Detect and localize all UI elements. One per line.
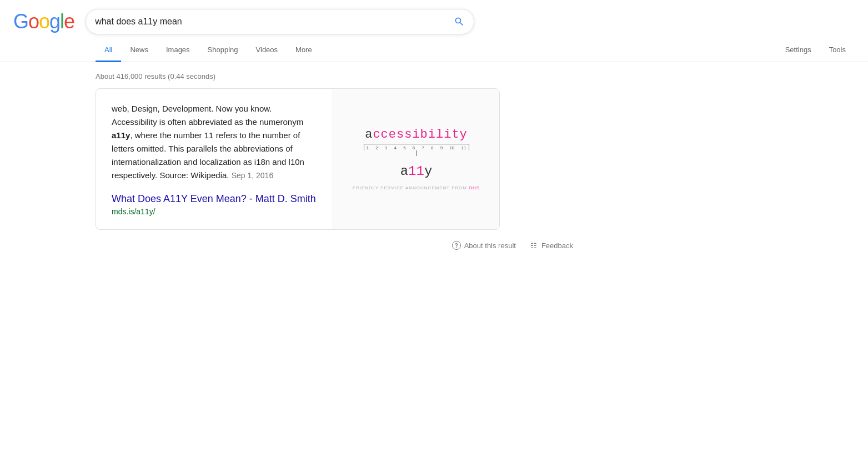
tabs-right: Settings Tools <box>776 39 868 62</box>
featured-snippet-card: web, Design, Development. Now you know. … <box>96 88 500 230</box>
feedback-icon: ☷ <box>529 241 538 250</box>
search-button[interactable] <box>454 16 465 27</box>
about-this-result-label: About this result <box>464 241 516 250</box>
featured-card-left: web, Design, Development. Now you know. … <box>96 89 333 229</box>
about-this-result-item[interactable]: ? About this result <box>452 241 516 250</box>
a11y-word: accessibility <box>350 128 483 142</box>
snippet-date: Sep 1, 2016 <box>232 171 274 180</box>
a11y-diagram: accessibility 1 2 3 4 5 6 7 8 9 <box>350 128 483 190</box>
snippet-text: web, Design, Development. Now you know. … <box>112 102 317 182</box>
tab-videos[interactable]: Videos <box>247 39 287 62</box>
tab-all[interactable]: All <box>96 39 121 62</box>
tab-more[interactable]: More <box>287 39 321 62</box>
friendly-announcement: FRIENDLY SERVICE ANNOUNCEMENT FROM DHS <box>350 185 483 190</box>
feedback-item[interactable]: ☷ Feedback <box>529 241 573 250</box>
google-logo[interactable]: Google <box>13 10 74 33</box>
featured-card-right: accessibility 1 2 3 4 5 6 7 8 9 <box>333 89 499 229</box>
tab-settings[interactable]: Settings <box>776 39 820 62</box>
a11y-bracket: 1 2 3 4 5 6 7 8 9 10 11 <box>350 144 483 160</box>
a11y-result: a11y <box>350 164 483 179</box>
header: Google <box>0 0 868 34</box>
nav-tabs: All News Images Shopping Videos More Set… <box>0 39 868 62</box>
feedback-label: Feedback <box>541 241 573 250</box>
search-icon <box>454 16 465 27</box>
snippet-url: mds.is/a11y/ <box>112 207 317 216</box>
snippet-text-after: , where the number 11 refers to the numb… <box>112 130 304 180</box>
search-bar-wrapper <box>86 9 474 34</box>
tab-news[interactable]: News <box>121 39 157 62</box>
tab-images[interactable]: Images <box>157 39 199 62</box>
about-icon: ? <box>452 241 461 250</box>
snippet-link-title[interactable]: What Does A11Y Even Mean? - Matt D. Smit… <box>112 193 317 205</box>
tab-shopping[interactable]: Shopping <box>199 39 247 62</box>
snippet-bold-term: a11y <box>112 130 130 140</box>
tab-tools[interactable]: Tools <box>820 39 855 62</box>
search-input[interactable] <box>95 17 454 27</box>
results-area: About 416,000 results (0.44 seconds) web… <box>0 62 500 230</box>
search-bar <box>86 9 474 34</box>
footer-bar: ? About this result ☷ Feedback <box>96 230 595 259</box>
snippet-text-before: web, Design, Development. Now you know. … <box>112 104 303 127</box>
bracket-numbers: 1 2 3 4 5 6 7 8 9 10 11 <box>364 144 469 150</box>
result-stats: About 416,000 results (0.44 seconds) <box>96 67 500 88</box>
tabs-left: All News Images Shopping Videos More <box>96 39 321 62</box>
bracket-arrow <box>416 150 417 156</box>
